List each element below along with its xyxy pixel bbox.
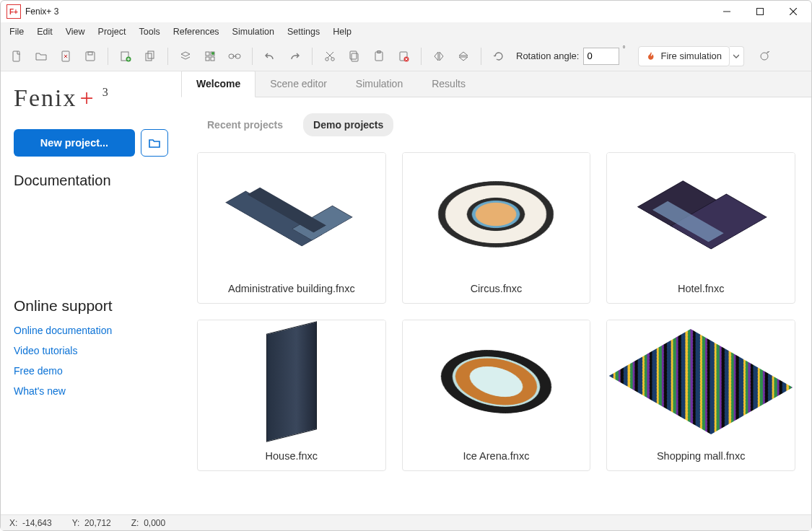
status-x-label: X:: [9, 518, 17, 528]
target-button[interactable]: [754, 46, 774, 66]
fire-simulation-label: Fire simulation: [660, 51, 722, 61]
online-support-heading: Online support: [14, 297, 168, 315]
svg-rect-14: [146, 53, 152, 61]
project-thumb: [403, 153, 590, 276]
save-button[interactable]: [80, 46, 100, 66]
project-card-house[interactable]: House.fnxc: [197, 320, 386, 471]
rotate-icon: [493, 51, 505, 62]
documentation-heading: Documentation: [14, 172, 168, 189]
folder-icon: [148, 136, 161, 149]
tab-welcome[interactable]: Welcome: [181, 71, 256, 97]
menu-help[interactable]: Help: [327, 25, 357, 39]
svg-point-24: [326, 57, 328, 60]
save-icon: [84, 51, 96, 62]
subtab-demo-projects[interactable]: Demo projects: [303, 113, 393, 136]
minimize-button[interactable]: [710, 1, 743, 22]
svg-rect-4: [13, 51, 19, 61]
link-video-tutorials[interactable]: Video tutorials: [14, 345, 168, 356]
redo-icon: [289, 51, 300, 62]
link-button[interactable]: [224, 46, 245, 66]
project-subtabs: Recent projects Demo projects: [197, 113, 795, 136]
svg-rect-29: [350, 51, 357, 59]
svg-rect-28: [352, 53, 358, 61]
project-thumb: [607, 153, 795, 276]
paste-button[interactable]: [369, 46, 389, 66]
close-button[interactable]: [777, 1, 810, 22]
project-thumb: [607, 320, 795, 443]
status-z-value: 0,000: [144, 518, 165, 528]
menu-edit[interactable]: Edit: [31, 25, 58, 39]
undo-icon: [264, 51, 276, 62]
new-file-button[interactable]: [6, 46, 27, 66]
maximize-button[interactable]: [743, 1, 777, 22]
app-icon: F+: [6, 4, 21, 19]
delete-button[interactable]: [393, 46, 414, 66]
link-icon: [228, 51, 241, 62]
menu-simulation[interactable]: Simulation: [227, 25, 280, 39]
main-area: Welcome Scene editor Simulation Results …: [181, 71, 811, 514]
tab-scene-editor[interactable]: Scene editor: [256, 71, 341, 97]
project-card-admin[interactable]: Administrative building.fnxc: [197, 152, 386, 304]
window-title: Fenix+ 3: [25, 6, 58, 17]
rotation-angle-input[interactable]: [583, 48, 619, 65]
menu-project[interactable]: Project: [92, 25, 132, 39]
menu-file[interactable]: File: [4, 25, 30, 39]
menu-tools[interactable]: Tools: [133, 25, 165, 39]
target-icon: [759, 51, 770, 62]
logo-version: 3: [102, 86, 110, 99]
duplicate-icon: [144, 51, 156, 62]
project-card-mall[interactable]: Shopping mall.fnxc: [606, 320, 795, 471]
add-doc-button[interactable]: [115, 46, 136, 66]
duplicate-button[interactable]: [140, 46, 160, 66]
flip-vertical-button[interactable]: [453, 46, 473, 66]
folder-open-icon: [35, 51, 47, 62]
toolbar: Rotation angle: ° Fire simulation: [1, 41, 811, 71]
rotate-button[interactable]: [489, 46, 509, 66]
project-caption: Shopping mall.fnxc: [607, 443, 795, 470]
logo: Fenix + 3: [14, 84, 168, 112]
project-thumb: [198, 153, 385, 276]
project-caption: Circus.fnxc: [403, 276, 590, 303]
tab-results[interactable]: Results: [417, 71, 480, 97]
project-card-circus[interactable]: Circus.fnxc: [402, 152, 591, 304]
project-card-ice-arena[interactable]: Ice Arena.fnxc: [402, 320, 591, 471]
project-card-hotel[interactable]: Hotel.fnxc: [606, 152, 795, 304]
undo-button[interactable]: [260, 46, 280, 66]
file-new-icon: [11, 51, 22, 62]
menu-settings[interactable]: Settings: [281, 25, 326, 39]
open-file-button[interactable]: [31, 46, 51, 66]
fire-simulation-dropdown[interactable]: [730, 46, 744, 66]
cut-icon: [324, 51, 336, 62]
svg-line-27: [326, 52, 332, 58]
project-caption: Administrative building.fnxc: [198, 276, 385, 303]
file-close-icon: [60, 51, 71, 62]
paste-icon: [373, 51, 385, 62]
close-file-button[interactable]: [56, 46, 76, 66]
welcome-page: Recent projects Demo projects Administra…: [181, 97, 811, 514]
menu-view[interactable]: View: [60, 25, 91, 39]
support-links: Online documentation Video tutorials Fre…: [14, 325, 168, 397]
new-project-button[interactable]: New project...: [14, 129, 135, 157]
project-caption: Ice Arena.fnxc: [403, 443, 590, 470]
chevron-down-icon: [733, 53, 739, 59]
app-window: F+ Fenix+ 3 File Edit View Project Tools…: [0, 0, 812, 531]
project-caption: House.fnxc: [198, 443, 385, 470]
open-project-button[interactable]: [141, 129, 168, 157]
redo-button[interactable]: [284, 46, 305, 66]
link-online-docs[interactable]: Online documentation: [14, 325, 168, 336]
tab-simulation[interactable]: Simulation: [341, 71, 417, 97]
maximize-icon: [756, 8, 764, 15]
link-whats-new[interactable]: What's new: [14, 385, 168, 397]
statusbar: X: -14,643 Y: 20,712 Z: 0,000: [1, 514, 811, 530]
grid-button[interactable]: [200, 46, 220, 66]
status-x-value: -14,643: [22, 518, 52, 528]
layer-button[interactable]: [175, 46, 196, 66]
link-free-demo[interactable]: Free demo: [14, 365, 168, 377]
menu-references[interactable]: References: [167, 25, 225, 39]
subtab-recent-projects[interactable]: Recent projects: [197, 113, 293, 136]
flip-horizontal-button[interactable]: [429, 46, 449, 66]
copy-button[interactable]: [344, 46, 364, 66]
fire-simulation-button[interactable]: Fire simulation: [638, 46, 730, 66]
svg-rect-1: [757, 9, 764, 15]
cut-button[interactable]: [320, 46, 340, 66]
